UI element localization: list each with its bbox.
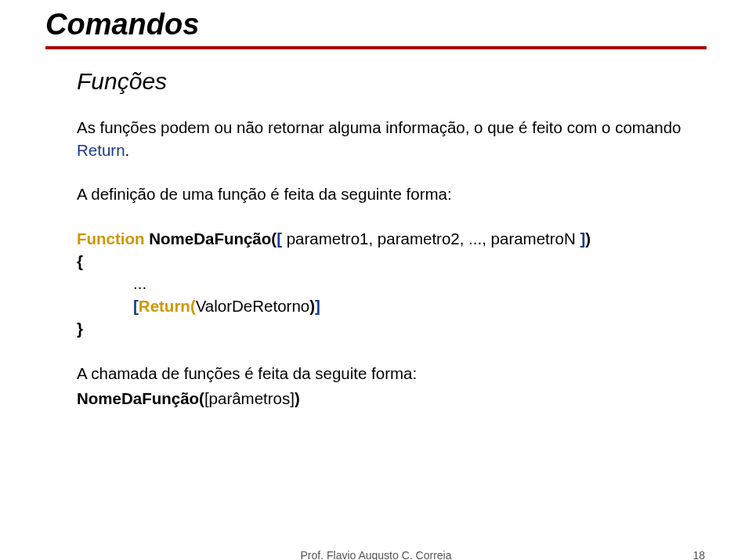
para1-text: As funções podem ou não retornar alguma … xyxy=(77,118,681,136)
return-value: ValorDeRetorno xyxy=(196,297,309,315)
para1-dot: . xyxy=(125,141,130,159)
divider-line xyxy=(45,46,707,49)
slide-subtitle: Funções xyxy=(77,68,707,95)
brace-open: { xyxy=(77,251,707,273)
paragraph-1: As funções podem ou não retornar alguma … xyxy=(77,117,707,161)
brace-close: } xyxy=(77,318,707,341)
close-paren: ) xyxy=(585,229,591,247)
function-keyword: Function xyxy=(77,229,145,247)
return-keyword-call: Return( xyxy=(139,297,196,315)
slide: Comandos Funções As funções podem ou não… xyxy=(0,0,752,560)
call-close: ) xyxy=(295,389,300,407)
call-name-open: NomeDaFunção( xyxy=(77,389,204,407)
paragraph-3: A chamada de funções é feita da seguite … xyxy=(77,363,707,385)
func-name-open: NomeDaFunção( xyxy=(145,229,277,247)
params-list: parametro1, parametro2, ..., parametroN xyxy=(282,229,580,247)
paragraph-2: A definição de uma função é feita da seg… xyxy=(77,183,707,206)
return-close-paren: ) xyxy=(309,297,315,315)
function-call-block: NomeDaFunção([parâmetros]) xyxy=(77,388,707,410)
function-definition-block: Function NomeDaFunção([ parametro1, para… xyxy=(77,228,707,340)
open-bracket: [ xyxy=(277,229,282,247)
footer-author: Prof. Flavio Augusto C. Correia xyxy=(301,549,452,560)
call-params: [parâmetros] xyxy=(204,389,295,407)
return-close-bracket: ] xyxy=(315,297,320,315)
code-line-1: Function NomeDaFunção([ parametro1, para… xyxy=(77,228,707,251)
footer-page-number: 18 xyxy=(692,549,705,560)
body-content: As funções podem ou não retornar alguma … xyxy=(77,117,707,410)
return-line: [Return(ValorDeRetorno)] xyxy=(133,295,707,318)
return-open-bracket: [ xyxy=(133,297,139,315)
ellipsis-line: ... xyxy=(133,273,707,295)
slide-title: Comandos xyxy=(45,8,707,42)
return-keyword: Return xyxy=(77,141,125,159)
